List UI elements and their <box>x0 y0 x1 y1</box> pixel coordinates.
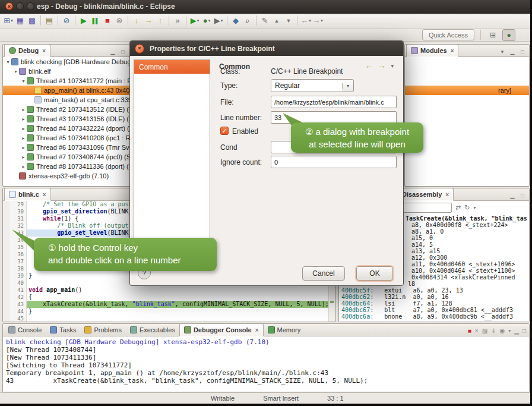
edit-icon[interactable]: ✎ <box>259 15 271 27</box>
build-icon[interactable]: ▤ <box>43 15 55 27</box>
nav-menu-icon[interactable]: ▾ <box>391 63 394 69</box>
expander-icon[interactable]: ▾ <box>12 69 19 74</box>
previous-annotation-icon[interactable]: ▲ <box>271 15 283 27</box>
close-icon[interactable]: × <box>451 48 454 54</box>
back-icon[interactable]: ←▾ <box>300 15 312 27</box>
debug-icon[interactable]: ●▾ <box>201 15 213 27</box>
expander-icon[interactable]: ▸ <box>20 117 27 122</box>
tree-row[interactable]: ▸Thread #3 1073413156 (IDLE) (Susp <box>3 114 129 124</box>
line-number[interactable]: 35 <box>10 244 27 251</box>
tree-row[interactable]: ▸Thread #2 1073413512 (IDLE) (Susp <box>3 105 129 114</box>
file-field[interactable] <box>271 96 397 108</box>
sidebar-item-common[interactable]: Common <box>134 60 210 74</box>
next-annotation-icon[interactable]: ▼ <box>283 15 294 27</box>
minimize-view-icon[interactable]: ▁ <box>509 49 516 55</box>
enabled-checkbox[interactable]: ✓ <box>220 127 229 135</box>
tab-problems[interactable]: Problems <box>80 324 125 336</box>
clear-console-icon[interactable]: ▨ <box>482 328 487 334</box>
remove-launch-icon[interactable]: × <box>475 328 479 334</box>
line-number[interactable]: 39 <box>10 272 27 279</box>
line-number[interactable]: 38 <box>10 265 27 272</box>
line-number[interactable]: 30 <box>10 208 27 215</box>
close-icon[interactable]: × <box>255 327 259 333</box>
line-number[interactable]: 44 <box>10 308 27 315</box>
tree-row[interactable]: ▸Thread #5 1073410208 (ipc1 : Runni <box>3 133 129 143</box>
refresh-icon[interactable]: ↻ <box>464 204 470 212</box>
tab-debug[interactable]: Debug × <box>4 44 50 57</box>
tree-row[interactable]: main_task() at cpu_start.c:339 0x4 <box>3 95 129 105</box>
ignore-count-field[interactable] <box>271 156 397 168</box>
minimize-view-icon[interactable]: ▁ <box>514 328 519 334</box>
tab-executables[interactable]: Executables <box>126 324 179 336</box>
expander-icon[interactable]: ▾ <box>20 78 27 84</box>
terminate-icon[interactable]: ■ <box>468 328 471 334</box>
window-close-icon[interactable]: × <box>5 2 13 10</box>
tab-blink-c[interactable]: blink.c × <box>4 188 51 201</box>
minimize-view-icon[interactable]: ▁ <box>109 49 116 55</box>
expander-icon[interactable]: ▸ <box>20 164 27 169</box>
tree-row[interactable]: xtensa-esp32-elf-gdb (7.10) <box>3 171 129 181</box>
expander-icon[interactable]: ▸ <box>20 145 27 150</box>
instruction-stepping-icon[interactable]: » <box>172 15 183 27</box>
view-menu-icon[interactable]: ▾ <box>499 49 506 55</box>
line-number[interactable]: 41 <box>10 287 27 294</box>
tree-row[interactable]: ▸Thread #6 1073431096 (Tmr Svc) (S <box>3 143 129 152</box>
line-number[interactable]: 29 <box>10 201 27 208</box>
line-number[interactable]: 32 <box>10 222 27 229</box>
run-icon[interactable]: ▶▾ <box>189 15 201 27</box>
skip-breakpoints-icon[interactable]: ⊘ <box>61 15 72 27</box>
module-row-selected[interactable]: rary] <box>405 86 529 95</box>
forward-icon[interactable]: →▾ <box>312 15 324 27</box>
close-icon[interactable]: × <box>42 48 46 54</box>
suspend-icon[interactable]: ▌▌ <box>90 15 102 27</box>
nav-back-icon[interactable]: ← <box>365 61 372 70</box>
disconnect-icon[interactable]: ⊗ <box>113 15 125 27</box>
save-icon[interactable]: ▦ <box>14 15 26 27</box>
quick-access-button[interactable]: Quick Access <box>422 29 474 40</box>
scroll-lock-icon[interactable]: ⇓ <box>491 328 496 334</box>
type-select[interactable]: Regular ▾ <box>271 79 354 92</box>
tab-memory[interactable]: Memory <box>264 324 305 336</box>
dialog-close-icon[interactable]: × <box>135 44 144 53</box>
terminate-icon[interactable]: ■ <box>102 15 113 27</box>
debugger-console-output[interactable]: blink checking [GDB Hardware Debugging] … <box>3 336 529 392</box>
external-tools-icon[interactable]: ▶▾ <box>213 15 224 27</box>
save-all-icon[interactable]: ▩ <box>26 15 38 27</box>
search-icon[interactable]: ⌕ <box>242 15 254 27</box>
line-number[interactable]: 31 <box>10 215 27 222</box>
ok-button[interactable]: OK <box>356 266 393 281</box>
close-icon[interactable]: × <box>445 191 449 198</box>
new-icon[interactable]: ⊞▾ <box>2 15 14 27</box>
open-perspective-icon[interactable]: ⊞ <box>487 30 499 40</box>
line-number[interactable]: 34 <box>10 237 27 244</box>
maximize-view-icon[interactable]: □ <box>119 49 126 55</box>
nav-forward-icon[interactable]: → <box>378 61 385 70</box>
pin-console-icon[interactable]: ◉ <box>500 328 505 334</box>
close-icon[interactable]: × <box>43 191 46 198</box>
step-into-icon[interactable]: ↓ <box>131 15 142 27</box>
line-number[interactable]: 43 <box>10 301 27 308</box>
maximize-view-icon[interactable]: □ <box>519 49 526 55</box>
expander-icon[interactable]: ▸ <box>20 126 27 131</box>
tree-row[interactable]: ▾blink checking [GDB Hardware Debug <box>3 57 129 67</box>
line-number[interactable]: 42 <box>10 294 27 301</box>
tab-tasks[interactable]: Tasks <box>46 324 80 336</box>
tree-row[interactable]: ▾blink.elf <box>3 67 129 76</box>
new-class-icon[interactable]: ◆ <box>230 15 242 27</box>
expander-icon[interactable]: ▸ <box>20 155 27 160</box>
tree-row[interactable]: ▸Thread #8 1073411336 (dport) (Sus <box>3 162 129 171</box>
cancel-button[interactable]: Cancel <box>302 266 345 281</box>
minimize-view-icon[interactable]: ▁ <box>509 193 516 199</box>
tab-console[interactable]: Console <box>4 324 46 336</box>
line-number[interactable]: 45 <box>10 315 27 322</box>
tab-debugger-console[interactable]: Debugger Console× <box>179 323 264 336</box>
expander-icon[interactable]: ▾ <box>5 59 11 65</box>
expander-icon[interactable]: ▸ <box>20 136 27 141</box>
maximize-view-icon[interactable]: □ <box>519 193 526 199</box>
tree-row[interactable]: ▸Thread #4 1073432224 (dport) (Sus <box>3 124 129 133</box>
line-number-field[interactable] <box>271 111 397 124</box>
step-over-icon[interactable]: → <box>142 15 154 27</box>
expander-icon[interactable]: ▸ <box>20 107 27 112</box>
debug-perspective-icon[interactable]: ● <box>502 29 515 41</box>
tree-row[interactable]: ▾Thread #1 1073411772 (main : Runn <box>3 76 129 86</box>
